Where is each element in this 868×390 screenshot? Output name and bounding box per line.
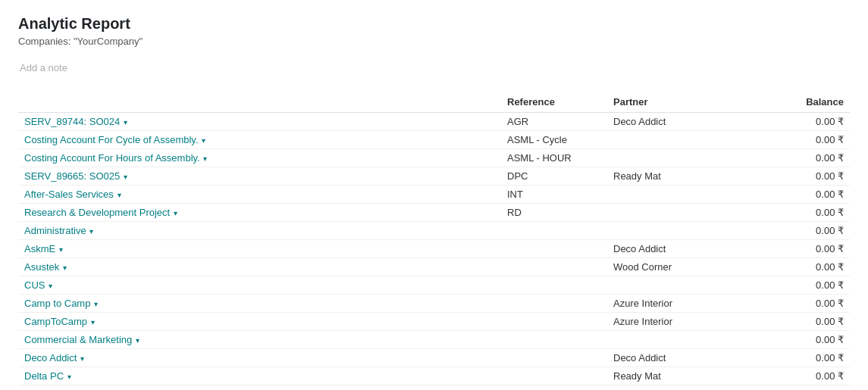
row-name-link[interactable]: SERV_89665: SO025 [24, 170, 120, 182]
cell-balance: 0.00 ₹ [759, 204, 850, 222]
row-name-link[interactable]: CampToCamp [24, 316, 87, 327]
table-row: CUS ▾0.00 ₹ [18, 276, 850, 295]
table-row: After-Sales Services ▾INT0.00 ₹ [18, 186, 850, 204]
cell-partner [607, 131, 759, 149]
table-row: Camp to Camp ▾Azure Interior0.00 ₹ [18, 295, 850, 313]
cell-reference [501, 313, 607, 331]
cell-name: Commercial & Marketing ▾ [18, 331, 501, 349]
cell-balance: 0.00 ₹ [759, 385, 850, 391]
report-table: Reference Partner Balance SERV_89744: SO… [18, 92, 850, 390]
cell-balance: 0.00 ₹ [759, 131, 850, 149]
row-name-link[interactable]: Asustek [24, 261, 59, 273]
dropdown-arrow-icon[interactable]: ▾ [61, 264, 67, 272]
table-row: Costing Account For Hours of Assembly. ▾… [18, 149, 850, 167]
cell-partner [607, 331, 759, 349]
cell-partner [607, 204, 759, 222]
dropdown-arrow-icon[interactable]: ▾ [65, 373, 71, 381]
row-name-link[interactable]: Research & Development Project [24, 207, 170, 218]
cell-name: Administrative ▾ [18, 222, 501, 240]
cell-balance: 0.00 ₹ [759, 240, 850, 258]
header-reference: Reference [501, 92, 607, 113]
row-name-link[interactable]: AskmE [24, 243, 55, 254]
table-row: Commercial & Marketing ▾0.00 ₹ [18, 331, 850, 349]
add-note-field[interactable]: Add a note [18, 59, 850, 76]
cell-balance: 0.00 ₹ [759, 167, 850, 186]
dropdown-arrow-icon[interactable]: ▾ [121, 173, 127, 181]
header-name [18, 92, 501, 113]
dropdown-arrow-icon[interactable]: ▾ [78, 354, 84, 363]
cell-partner: Wood Corner [607, 258, 759, 276]
dropdown-arrow-icon[interactable]: ▾ [46, 282, 52, 290]
table-row: Desertic - Hispafuentes ▾Azure Interior0… [18, 385, 850, 391]
cell-balance: 0.00 ₹ [759, 186, 850, 204]
row-name-link[interactable]: SERV_89744: SO024 [24, 116, 120, 127]
dropdown-arrow-icon[interactable]: ▾ [88, 227, 94, 236]
row-name-link[interactable]: Costing Account For Cycle of Assembly. [24, 134, 199, 145]
cell-name: Asustek ▾ [18, 258, 501, 276]
cell-partner [607, 276, 759, 295]
cell-name: Delta PC ▾ [18, 367, 501, 385]
cell-reference [501, 331, 607, 349]
dropdown-arrow-icon[interactable]: ▾ [202, 154, 208, 163]
header-balance: Balance [759, 92, 850, 113]
dropdown-arrow-icon[interactable]: ▾ [92, 300, 98, 308]
cell-reference [501, 276, 607, 295]
dropdown-arrow-icon[interactable]: ▾ [200, 136, 206, 145]
cell-reference [501, 295, 607, 313]
cell-balance: 0.00 ₹ [759, 149, 850, 167]
cell-partner: Ready Mat [607, 367, 759, 385]
cell-name: CampToCamp ▾ [18, 313, 501, 331]
cell-name: Research & Development Project ▾ [18, 204, 501, 222]
table-row: Administrative ▾0.00 ₹ [18, 222, 850, 240]
row-name-link[interactable]: Commercial & Marketing [24, 334, 132, 345]
cell-partner [607, 149, 759, 167]
cell-partner: Azure Interior [607, 385, 759, 391]
cell-partner [607, 222, 759, 240]
cell-name: SERV_89744: SO024 ▾ [18, 113, 501, 131]
row-name-link[interactable]: Costing Account For Hours of Assembly. [24, 152, 200, 164]
table-row: Research & Development Project ▾RD0.00 ₹ [18, 204, 850, 222]
row-name-link[interactable]: CUS [24, 279, 45, 291]
cell-reference: AGR [501, 113, 607, 131]
cell-name: Camp to Camp ▾ [18, 295, 501, 313]
row-name-link[interactable]: After-Sales Services [24, 189, 114, 200]
cell-partner: Azure Interior [607, 313, 759, 331]
cell-name: SERV_89665: SO025 ▾ [18, 167, 501, 186]
cell-reference [501, 367, 607, 385]
table-row: Asustek ▾Wood Corner0.00 ₹ [18, 258, 850, 276]
table-row: SERV_89665: SO025 ▾DPCReady Mat0.00 ₹ [18, 167, 850, 186]
cell-balance: 0.00 ₹ [759, 313, 850, 331]
dropdown-arrow-icon[interactable]: ▾ [171, 209, 177, 217]
cell-balance: 0.00 ₹ [759, 258, 850, 276]
table-row: AskmE ▾Deco Addict0.00 ₹ [18, 240, 850, 258]
row-name-link[interactable]: Delta PC [24, 370, 64, 382]
cell-name: Deco Addict ▾ [18, 349, 501, 367]
row-name-link[interactable]: Deco Addict [24, 352, 77, 363]
cell-balance: 0.00 ₹ [759, 113, 850, 131]
cell-balance: 0.00 ₹ [759, 349, 850, 367]
dropdown-arrow-icon[interactable]: ▾ [89, 318, 95, 326]
header-partner: Partner [607, 92, 759, 113]
cell-reference: INT [501, 186, 607, 204]
table-row: CampToCamp ▾Azure Interior0.00 ₹ [18, 313, 850, 331]
dropdown-arrow-icon[interactable]: ▾ [57, 245, 63, 254]
cell-reference: ASML - HOUR [501, 149, 607, 167]
row-name-link[interactable]: Administrative [24, 225, 86, 236]
cell-partner: Deco Addict [607, 349, 759, 367]
table-row: Costing Account For Cycle of Assembly. ▾… [18, 131, 850, 149]
row-name-link[interactable]: Camp to Camp [24, 298, 90, 309]
cell-partner: Deco Addict [607, 240, 759, 258]
dropdown-arrow-icon[interactable]: ▾ [121, 118, 127, 126]
cell-name: Desertic - Hispafuentes ▾ [18, 385, 501, 391]
dropdown-arrow-icon[interactable]: ▾ [133, 336, 139, 345]
cell-reference [501, 349, 607, 367]
cell-reference [501, 385, 607, 391]
cell-reference [501, 222, 607, 240]
table-header-row: Reference Partner Balance [18, 92, 850, 113]
cell-partner: Deco Addict [607, 113, 759, 131]
dropdown-arrow-icon[interactable]: ▾ [115, 191, 121, 199]
cell-partner: Azure Interior [607, 295, 759, 313]
table-row: Deco Addict ▾Deco Addict0.00 ₹ [18, 349, 850, 367]
cell-reference [501, 240, 607, 258]
cell-reference: ASML - Cycle [501, 131, 607, 149]
